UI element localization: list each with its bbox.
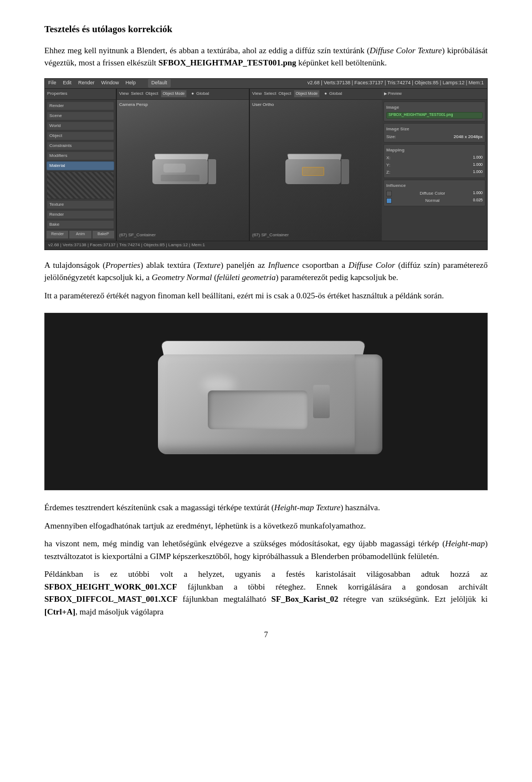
left-panel-content: Render Scene World Object Constraints Mo… xyxy=(45,100,116,241)
lp-world: World xyxy=(47,121,114,130)
paragraph-5: Amennyiben elfogadhatónak tartjuk az ere… xyxy=(44,520,488,532)
lp-render2: Render xyxy=(47,210,114,219)
left-viewport-3d: Camera Persp (67) SF_Container xyxy=(117,100,249,241)
render-image xyxy=(44,313,488,490)
diffuse-color-checkbox xyxy=(386,191,392,196)
right-viewport-3d: User Ortho (67) SF_Container xyxy=(250,100,382,241)
prop-section-size: Image Size Size: 2048 x 2048px xyxy=(383,123,485,143)
paragraph-2: A tulajdonságok (Properties) ablak textú… xyxy=(44,259,488,284)
left-viewport-toolbar: View Select Object Object Mode ● Global xyxy=(117,89,249,100)
lp-buttons: Render Anim BakeP xyxy=(47,231,114,238)
paragraph-4: Érdemes tesztrendert készítenünk csak a … xyxy=(44,501,488,514)
blender-statusbar: v2.68 | Verts:37138 | Faces:37137 | Tris… xyxy=(45,241,487,250)
paragraph-1: Ehhez meg kell nyitnunk a Blendert, és a… xyxy=(44,44,488,69)
properties-panel: ▶ Preview Image SFBOX_HEIGHTMAP_TEST001.… xyxy=(382,89,487,241)
blender-left-panel: Properties Render Scene World Object Con… xyxy=(45,89,117,241)
prop-section-mapping: Mapping X: 1.000 Y: 1.000 Z: xyxy=(383,144,485,178)
paragraph-7: Példánkban is ez utóbbi volt a helyzet, … xyxy=(44,568,488,618)
lp-render: Render xyxy=(47,101,114,110)
paragraph-3: Itt a paraméterező értékét nagyon finoma… xyxy=(44,290,488,302)
rendered-box-3d xyxy=(150,341,382,463)
right-viewport-toolbar: View Select Object Object Mode ● Global xyxy=(250,89,382,100)
page-content: Tesztelés és utólagos korrekciók Ehhez m… xyxy=(44,22,488,641)
left-panel-toolbar: Properties xyxy=(45,89,116,100)
left-viewport-area: View Select Object Object Mode ● Global … xyxy=(117,89,250,241)
blender-content-area: Properties Render Scene World Object Con… xyxy=(45,89,487,241)
props-toolbar: ▶ Preview xyxy=(382,89,487,100)
lp-texture-preview xyxy=(47,171,114,199)
blender-menubar: File Edit Render Window Help Default v2.… xyxy=(45,79,487,89)
normal-row: Normal 0.025 xyxy=(386,197,483,204)
left-3d-object xyxy=(150,154,216,187)
prop-section-influence: Influence Diffuse Color 1.000 Normal 0.0… xyxy=(383,180,485,206)
lp-scene: Scene xyxy=(47,111,114,120)
viewports-container: View Select Object Object Mode ● Global … xyxy=(117,89,487,241)
blender-screenshot: File Edit Render Window Help Default v2.… xyxy=(44,78,488,250)
lp-constraints: Constraints xyxy=(47,141,114,150)
paragraph-6: ha viszont nem, még mindig van lehetőség… xyxy=(44,537,488,562)
lp-material-active: Material xyxy=(47,161,114,170)
right-3d-object xyxy=(283,154,349,187)
prop-section-image: Image SFBOX_HEIGHTMAP_TEST001.png xyxy=(383,101,485,121)
lp-modifiers: Modifiers xyxy=(47,151,114,160)
normal-checkbox xyxy=(386,198,392,204)
props-content: Image SFBOX_HEIGHTMAP_TEST001.png Image … xyxy=(382,100,487,241)
page-number: 7 xyxy=(44,629,488,641)
chapter-title: Tesztelés és utólagos korrekciók xyxy=(44,22,488,37)
lp-object: Object xyxy=(47,131,114,140)
right-viewport-area: View Select Object Object Mode ● Global … xyxy=(250,89,382,241)
lp-texture: Texture xyxy=(47,200,114,209)
lp-bake: Bake xyxy=(47,220,114,229)
